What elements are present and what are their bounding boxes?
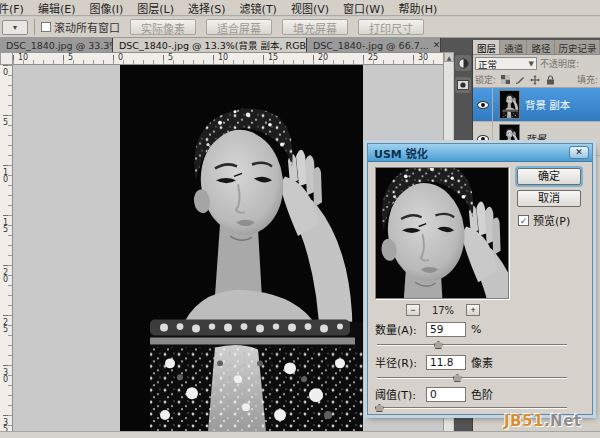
slider-thumb[interactable] [375,404,384,412]
menu-item-select[interactable]: 选择(S) [181,0,233,16]
filter-preview[interactable] [375,167,509,299]
blend-mode-select[interactable]: 正常 ▼ [475,57,537,70]
preview-image [376,168,508,298]
half-circle-icon [458,58,469,69]
layer-name[interactable]: 背景 副本 [525,97,570,112]
visibility-toggle[interactable] [473,88,493,122]
document-tab-2-label: DSC_1840-.jpg @ 13.3%(背景 副本, RGB/8) * [119,38,307,52]
preview-checkbox-label: 预览(P) [533,212,570,228]
menu-item-filter[interactable]: 滤镜(T) [233,0,284,16]
radius-input[interactable] [426,355,466,370]
print-size-button[interactable]: 打印尺寸 [358,19,424,35]
separator [34,19,35,35]
vertical-ruler: 05101520253035 [0,65,13,431]
cancel-button[interactable]: 取消 [517,190,581,207]
adjustments-panel-icon[interactable] [455,55,471,71]
blend-mode-row: 正常 ▼ 不透明度: [473,55,600,72]
menu-item-file[interactable]: 件(F) [0,0,31,16]
document-tab-2-active[interactable]: DSC_1840-.jpg @ 13.3%(背景 副本, RGB/8) * ✕ [113,38,307,52]
photoshop-window: 件(F) 编辑(E) 图像(I) 图层(L) 选择(S) 滤镜(T) 视图(V)… [0,0,600,438]
amount-input[interactable] [426,322,466,337]
fill-screen-button[interactable]: 填充屏幕 [282,19,348,35]
close-tab-icon[interactable]: ✕ [433,40,441,50]
zoom-level-value: 17% [432,305,454,316]
slider-track [377,407,567,408]
lock-label: 锁定: [475,73,496,86]
scroll-all-windows-option[interactable]: 滚动所有窗口 [41,19,120,35]
tab-channels[interactable]: 通道 [500,40,527,54]
ruler-label: 0 [118,53,123,62]
ok-button[interactable]: 确定 [517,168,581,185]
ruler-label: 25 [1,318,10,332]
preview-option[interactable]: ✓ 预览(P) [518,212,570,228]
scroll-up-icon[interactable]: ▲ [444,52,454,62]
radius-field-row: 半径(R): 像素 [375,354,493,370]
slider-track [377,344,567,345]
actual-pixels-button[interactable]: 实际像素 [130,19,196,35]
tab-history[interactable]: 历史记录 [555,40,600,54]
menu-item-help[interactable]: 帮助(H) [391,0,444,16]
ruler-label: 5 [68,53,73,62]
watermark-net: .Net [544,412,582,430]
dialog-close-button[interactable]: ✕ [569,146,589,159]
ruler-label: 20 [318,53,328,62]
ruler-label: 10 [18,53,28,62]
menu-item-view[interactable]: 视图(V) [284,0,336,16]
eye-icon [477,135,489,143]
zoom-in-button[interactable]: + [466,304,480,316]
threshold-unit: 色阶 [471,386,493,402]
options-bar: ▾ 滚动所有窗口 实际像素 适合屏幕 填充屏幕 打印尺寸 [0,17,600,38]
menu-item-window[interactable]: 窗口(W) [336,0,391,16]
amount-slider[interactable] [377,340,567,350]
fit-screen-button[interactable]: 适合屏幕 [206,19,272,35]
ruler-label: 30 [418,53,428,62]
zoom-out-button[interactable]: − [406,304,420,316]
scroll-all-windows-label: 滚动所有窗口 [54,19,120,35]
document-tab-3[interactable]: DSC_1840-.jpg @ 66.7... ✕ [307,38,441,52]
horizontal-ruler: 105051015202530 [13,52,443,65]
preview-checkbox[interactable]: ✓ [518,215,529,226]
ruler-label: 35 [1,418,10,431]
opacity-label: 不透明度: [540,57,579,70]
fill-label: 填充: [577,73,598,86]
usm-sharpen-dialog: USM 锐化 ✕ − 17% + 确定 取消 ✓ 预览(P) 数量(A): % … [367,143,593,415]
lock-pixels-icon[interactable] [514,74,526,86]
threshold-label: 阈值(T): [375,386,421,402]
watermark-jb51: JB51 [504,412,544,430]
scroll-all-windows-checkbox[interactable] [41,22,51,32]
document-photo[interactable] [120,65,363,431]
menu-bar: 件(F) 编辑(E) 图像(I) 图层(L) 选择(S) 滤镜(T) 视图(V)… [0,0,600,16]
menu-item-edit[interactable]: 编辑(E) [31,0,83,16]
menu-item-image[interactable]: 图像(I) [82,0,130,16]
document-tab-1[interactable]: DSC_1840.jpg @ 33.3% ✕ [0,38,113,52]
ruler-label: 20 [1,268,10,282]
tool-preset-dropdown[interactable]: ▾ [2,20,28,35]
dialog-title: USM 锐化 [374,145,428,161]
tab-paths[interactable]: 路径 [527,40,554,54]
horizontal-scrollbar[interactable] [0,431,600,438]
radius-slider[interactable] [377,373,567,383]
lock-transparency-icon[interactable] [499,74,511,86]
ruler-label: 5 [1,118,10,125]
ruler-label: 25 [368,53,378,62]
threshold-field-row: 阈值(T): 色阶 [375,386,493,402]
eye-icon [477,101,489,109]
watermark: JB51.Net [504,412,582,430]
lock-position-icon[interactable] [529,74,541,86]
blend-mode-value: 正常 [478,57,497,71]
layer-row-background-copy[interactable]: 背景 副本 [473,88,600,122]
layer-thumbnail[interactable] [499,90,520,119]
tab-layers[interactable]: 图层 [473,40,500,54]
menu-item-layer[interactable]: 图层(L) [130,0,181,16]
document-tab-1-label: DSC_1840.jpg @ 33.3% [6,40,113,51]
ruler-label: 10 [1,168,10,182]
document-tab-3-label: DSC_1840-.jpg @ 66.7... [313,40,429,51]
slider-thumb[interactable] [453,374,462,382]
slider-thumb[interactable] [434,341,443,349]
chevron-down-icon: ▼ [529,60,534,68]
masks-panel-icon[interactable] [455,77,471,93]
dialog-title-bar[interactable]: USM 锐化 ✕ [368,144,592,162]
lock-row: 锁定: 填充: [473,72,600,88]
lock-all-icon[interactable] [544,74,556,86]
threshold-input[interactable] [426,387,466,402]
